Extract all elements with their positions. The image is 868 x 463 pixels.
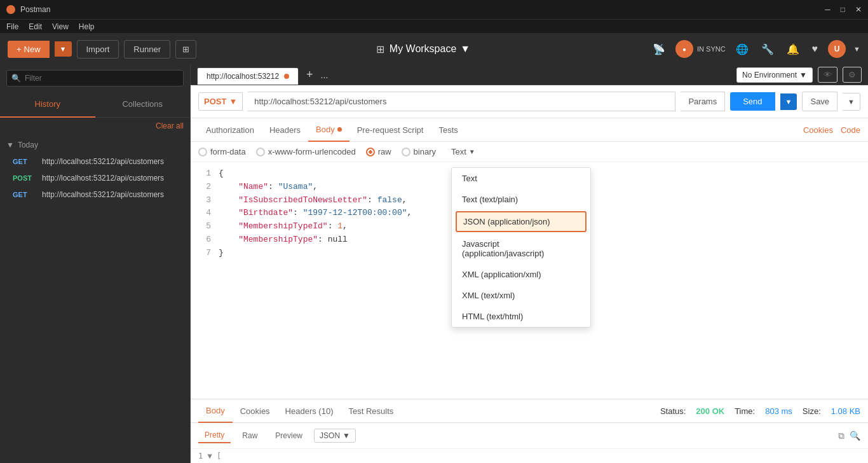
send-button[interactable]: Send	[730, 92, 775, 111]
sync-status: ● IN SYNC	[675, 40, 726, 58]
dropdown-item-text[interactable]: Text	[452, 168, 590, 189]
menu-file[interactable]: File	[6, 22, 18, 31]
size-value: 1.08 KB	[831, 406, 860, 416]
environment-dropdown[interactable]: No Environment ▼	[736, 67, 813, 83]
new-tab-button[interactable]: +	[301, 68, 318, 81]
workspace-chevron-icon: ▼	[460, 43, 470, 55]
save-button[interactable]: Save	[802, 92, 837, 111]
history-tab[interactable]: History	[0, 92, 95, 118]
history-item[interactable]: POST http://localhost:53212/api/customer…	[0, 170, 190, 186]
response-format-bar: Pretty Raw Preview JSON ▼ ⧉ 🔍	[191, 423, 868, 449]
params-button[interactable]: Params	[681, 92, 725, 111]
app-title: Postman	[20, 5, 50, 14]
collections-tab[interactable]: Collections	[95, 92, 191, 117]
env-chevron-icon: ▼	[799, 71, 807, 79]
radio-urlencoded[interactable]	[256, 148, 265, 156]
text-format-chevron-icon: ▼	[469, 148, 475, 155]
history-item[interactable]: GET http://localhost:53212/api/customers	[0, 186, 190, 203]
workspace-selector[interactable]: My Workspace ▼	[390, 43, 470, 55]
antenna-icon-button[interactable]: 📡	[650, 41, 668, 58]
dropdown-item-javascript[interactable]: Javascript (application/javascript)	[452, 233, 590, 264]
code-link[interactable]: Code	[841, 125, 860, 135]
radio-form-data[interactable]	[198, 148, 207, 156]
dropdown-item-html[interactable]: HTML (text/html)	[452, 306, 590, 327]
raw-tab[interactable]: Raw	[236, 429, 264, 443]
preview-tab[interactable]: Preview	[269, 429, 309, 443]
avatar[interactable]: U	[828, 40, 846, 58]
body-tabs: Authorization Headers Body Pre-request S…	[191, 118, 868, 142]
runner-button[interactable]: Runner	[124, 40, 170, 59]
eye-button[interactable]: 👁	[818, 67, 837, 83]
request-config: POST ▼ Params Send ▼ Save ▼	[191, 85, 868, 118]
globe-icon-button[interactable]: 🌐	[733, 41, 751, 58]
cookies-link[interactable]: Cookies	[803, 125, 833, 135]
wrench-icon-button[interactable]: 🔧	[759, 41, 776, 58]
dropdown-item-xml-app[interactable]: XML (application/xml)	[452, 264, 590, 285]
close-button[interactable]: ✕	[855, 5, 862, 14]
environment-selector: No Environment ▼ 👁 ⚙	[736, 67, 862, 83]
request-area: http://localhost:53212 + ... No Environm…	[191, 65, 868, 463]
form-data-option[interactable]: form-data	[198, 147, 246, 156]
radio-binary[interactable]	[402, 148, 410, 156]
menubar: File Edit View Help	[0, 19, 868, 33]
text-format-dropdown[interactable]: Text ▼ Text Text (text/plain) JSON (appl…	[451, 147, 475, 156]
method-chevron-icon: ▼	[229, 97, 237, 106]
menu-view[interactable]: View	[52, 22, 69, 31]
headers-tab[interactable]: Headers	[262, 119, 308, 141]
history-section: ▼ Today GET http://localhost:53212/api/c…	[0, 134, 190, 205]
new-button[interactable]: + New	[8, 41, 50, 58]
urlencoded-option[interactable]: x-www-form-urlencoded	[256, 147, 356, 156]
send-dropdown-button[interactable]: ▼	[780, 93, 797, 110]
response-headers-tab[interactable]: Headers (10)	[278, 400, 341, 422]
menu-help[interactable]: Help	[79, 22, 95, 31]
settings-button[interactable]: ⚙	[843, 67, 862, 83]
method-badge: GET	[13, 191, 37, 198]
request-tab-active[interactable]: http://localhost:53212	[197, 67, 299, 85]
minimize-button[interactable]: ─	[825, 5, 831, 14]
status-value: 200 OK	[696, 406, 724, 416]
workspace-grid-icon: ⊞	[376, 43, 384, 55]
copy-response-button[interactable]: ⧉	[838, 431, 844, 441]
tabs-bar: http://localhost:53212 + ... No Environm…	[191, 65, 868, 85]
pretty-tab[interactable]: Pretty	[198, 428, 231, 443]
method-select[interactable]: POST ▼	[198, 92, 243, 111]
search-icon: 🔍	[11, 74, 21, 83]
bell-icon-button[interactable]: 🔔	[784, 41, 802, 58]
response-area: Body Cookies Headers (10) Test Results S…	[191, 399, 868, 463]
search-response-button[interactable]: 🔍	[850, 431, 860, 441]
dropdown-item-text-plain[interactable]: Text (text/plain)	[452, 189, 590, 210]
response-cookies-tab[interactable]: Cookies	[233, 400, 278, 422]
url-input[interactable]	[248, 92, 675, 111]
response-body-tab[interactable]: Body	[198, 399, 233, 423]
raw-option[interactable]: raw	[366, 147, 391, 156]
maximize-button[interactable]: □	[841, 5, 845, 14]
sidebar-content: Clear all ▼ Today GET http://localhost:5…	[0, 118, 190, 463]
sidebar-tabs: History Collections	[0, 92, 190, 118]
body-tab[interactable]: Body	[308, 118, 349, 142]
main-layout: 🔍 History Collections Clear all ▼ Today …	[0, 65, 868, 463]
history-url: http://localhost:53212/api/customers	[42, 157, 164, 166]
clear-all-button[interactable]: Clear all	[0, 118, 190, 134]
response-test-results-tab[interactable]: Test Results	[341, 400, 401, 422]
time-label: Time:	[735, 406, 755, 416]
radio-raw[interactable]	[366, 148, 375, 156]
binary-option[interactable]: binary	[402, 147, 436, 156]
history-item[interactable]: GET http://localhost:53212/api/customers	[0, 153, 190, 170]
save-dropdown-button[interactable]: ▼	[843, 93, 860, 111]
menu-edit[interactable]: Edit	[29, 22, 42, 31]
history-url: http://localhost:53212/api/customers	[42, 174, 164, 183]
authorization-tab[interactable]: Authorization	[198, 119, 262, 141]
import-button[interactable]: Import	[77, 40, 119, 59]
json-chevron-icon: ▼	[342, 431, 350, 440]
dropdown-item-xml-text[interactable]: XML (text/xml)	[452, 285, 590, 306]
more-tabs-button[interactable]: ...	[321, 70, 329, 80]
new-dropdown-button[interactable]: ▼	[55, 41, 72, 57]
layout-button[interactable]: ⊞	[175, 40, 196, 59]
dropdown-item-json[interactable]: JSON (application/json)	[456, 211, 587, 232]
method-badge: GET	[13, 158, 37, 165]
heart-icon-button[interactable]: ♥	[810, 41, 821, 57]
pre-request-tab[interactable]: Pre-request Script	[349, 119, 431, 141]
tests-tab[interactable]: Tests	[431, 119, 465, 141]
json-format-dropdown[interactable]: JSON ▼	[314, 429, 356, 443]
filter-input[interactable]	[6, 70, 184, 86]
